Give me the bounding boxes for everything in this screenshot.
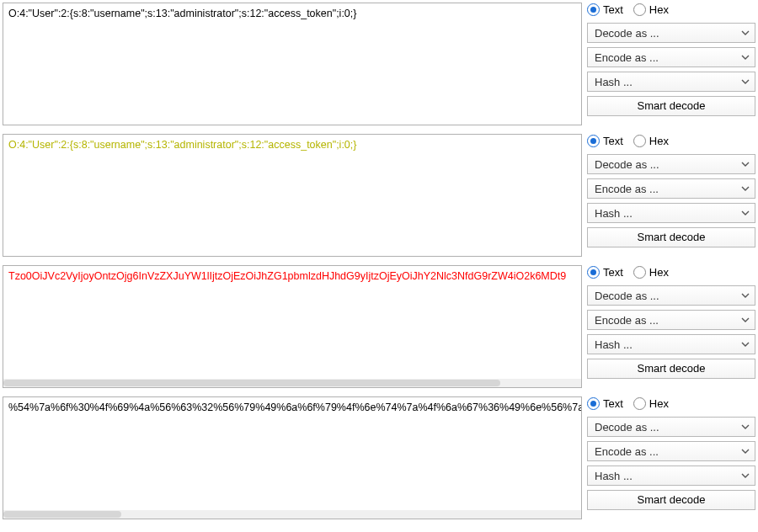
horizontal-scrollbar-track[interactable] [3,379,581,387]
encode-as-select[interactable]: Encode as ... [587,47,755,67]
decode-as-select[interactable]: Decode as ... [587,417,755,437]
smart-decode-label: Smart decode [638,99,706,112]
hash-select[interactable]: Hash ... [587,203,755,223]
text-input[interactable]: %54%7a%6f%30%4f%69%4a%56%63%32%56%79%49%… [3,397,581,510]
smart-decode-button[interactable]: Smart decode [587,96,755,116]
text-input[interactable]: O:4:"User":2:{s:8:"username";s:13:"admin… [3,135,581,256]
radio-icon [587,266,600,279]
chevron-down-icon [741,424,750,429]
text-area-container: O:4:"User":2:{s:8:"username";s:13:"admin… [3,134,582,257]
chevron-down-icon [741,317,750,322]
format-radio-group: Text Hex [587,3,755,19]
text-input[interactable]: Tzo0OiJVc2VyIjoyOntzOjg6InVzZXJuYW1lIjtz… [3,266,581,379]
chevron-down-icon [741,210,750,215]
decode-as-select[interactable]: Decode as ... [587,154,755,174]
decoder-panel: O:4:"User":2:{s:8:"username";s:13:"admin… [3,134,755,257]
horizontal-scrollbar-thumb[interactable] [3,511,121,518]
radio-icon [633,397,646,410]
hash-select[interactable]: Hash ... [587,334,755,354]
smart-decode-button[interactable]: Smart decode [587,359,755,379]
radio-icon [587,135,600,147]
chevron-down-icon [741,55,750,60]
smart-decode-label: Smart decode [638,493,706,506]
chevron-down-icon [741,473,750,478]
hex-radio-label: Hex [649,135,669,147]
decoder-panel: Tzo0OiJVc2VyIjoyOntzOjg6InVzZXJuYW1lIjtz… [3,265,755,388]
chevron-down-icon [741,162,750,167]
panel-controls: Text Hex Decode as ... Encode as ... Has… [587,134,755,257]
hex-radio-label: Hex [649,3,669,16]
text-radio[interactable]: Text [587,3,623,16]
panel-controls: Text Hex Decode as ... Encode as ... Has… [587,3,755,125]
hex-radio[interactable]: Hex [633,397,669,410]
radio-icon [633,135,646,147]
hash-select[interactable]: Hash ... [587,466,755,486]
text-radio-label: Text [603,397,623,410]
encode-as-select[interactable]: Encode as ... [587,310,755,330]
encode-as-select[interactable]: Encode as ... [587,178,755,199]
encode-as-label: Encode as ... [595,314,659,327]
horizontal-scrollbar-track[interactable] [3,510,581,519]
text-radio-label: Text [603,3,623,16]
hash-label: Hash ... [595,76,633,88]
hex-radio[interactable]: Hex [633,135,669,147]
hash-select[interactable]: Hash ... [587,72,755,92]
text-area-container: %54%7a%6f%30%4f%69%4a%56%63%32%56%79%49%… [3,396,582,519]
radio-icon [633,3,646,16]
format-radio-group: Text Hex [587,134,755,150]
format-radio-group: Text Hex [587,396,755,412]
hash-label: Hash ... [595,470,633,482]
format-radio-group: Text Hex [587,265,755,281]
encode-as-label: Encode as ... [595,183,659,195]
text-radio[interactable]: Text [587,266,623,279]
decode-as-label: Decode as ... [595,290,659,302]
decode-as-label: Decode as ... [595,421,659,434]
text-radio[interactable]: Text [587,135,623,147]
smart-decode-button[interactable]: Smart decode [587,490,755,510]
panel-controls: Text Hex Decode as ... Encode as ... Has… [587,265,755,388]
hash-label: Hash ... [595,207,633,220]
encode-as-label: Encode as ... [595,51,659,64]
hex-radio[interactable]: Hex [633,266,669,279]
decode-as-label: Decode as ... [595,27,659,40]
hex-radio-label: Hex [649,266,669,279]
text-radio-label: Text [603,135,623,147]
hex-radio[interactable]: Hex [633,3,669,16]
radio-icon [587,397,600,410]
chevron-down-icon [741,30,750,35]
text-radio-label: Text [603,266,623,279]
text-radio[interactable]: Text [587,397,623,410]
chevron-down-icon [741,293,750,298]
hex-radio-label: Hex [649,397,669,410]
chevron-down-icon [741,79,750,84]
encode-as-select[interactable]: Encode as ... [587,441,755,461]
smart-decode-label: Smart decode [638,231,706,243]
smart-decode-button[interactable]: Smart decode [587,227,755,247]
hash-label: Hash ... [595,338,633,351]
horizontal-scrollbar-thumb[interactable] [3,380,500,386]
decode-as-select[interactable]: Decode as ... [587,23,755,43]
chevron-down-icon [741,449,750,454]
decode-as-select[interactable]: Decode as ... [587,285,755,306]
decoder-panel: %54%7a%6f%30%4f%69%4a%56%63%32%56%79%49%… [3,396,755,519]
text-area-container: Tzo0OiJVc2VyIjoyOntzOjg6InVzZXJuYW1lIjtz… [3,265,582,388]
radio-icon [587,3,600,16]
decoder-panel: O:4:"User":2:{s:8:"username";s:13:"admin… [3,3,755,125]
chevron-down-icon [741,342,750,347]
encode-as-label: Encode as ... [595,445,659,458]
decode-as-label: Decode as ... [595,158,659,171]
panel-controls: Text Hex Decode as ... Encode as ... Has… [587,396,755,519]
smart-decode-label: Smart decode [638,362,706,375]
text-input[interactable]: O:4:"User":2:{s:8:"username";s:13:"admin… [3,3,581,125]
radio-icon [633,266,646,279]
text-area-container: O:4:"User":2:{s:8:"username";s:13:"admin… [3,3,582,125]
chevron-down-icon [741,186,750,191]
